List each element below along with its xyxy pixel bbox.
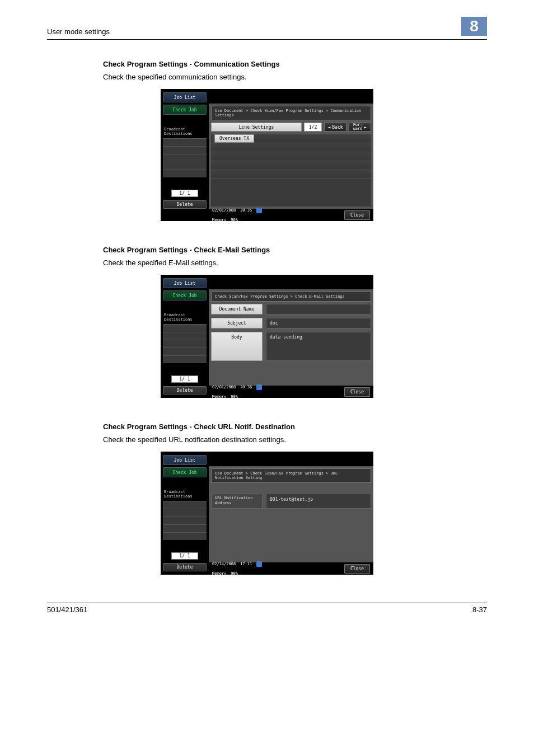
- section-1-title: Check Program Settings - Communication S…: [103, 60, 487, 68]
- side-page-indicator: 1/ 1: [171, 375, 198, 383]
- job-list-button[interactable]: Job List: [163, 455, 207, 465]
- side-list-row: [163, 154, 207, 162]
- panel-url-notification: Job List Check Job Broadcast Destination…: [161, 452, 373, 575]
- list-row: Overseas TX: [211, 134, 371, 143]
- side-page-indicator: 1/ 1: [171, 552, 198, 560]
- line-settings-label: Line Settings: [211, 123, 302, 132]
- status-icon: [256, 384, 262, 390]
- body-value: data sending: [266, 332, 371, 361]
- broadcast-destinations-label: Broadcast Destinations: [163, 311, 207, 323]
- list-row: [211, 143, 371, 152]
- chapter-number-badge: 8: [461, 17, 487, 36]
- panel-communication-settings: Job List Check Job Broadcast Destination…: [161, 89, 373, 221]
- side-list-row: [163, 146, 207, 154]
- memory-percent: 90%: [231, 395, 238, 399]
- side-list-row: [163, 340, 207, 348]
- status-icon: [256, 561, 262, 567]
- check-job-button[interactable]: Check Job: [163, 467, 207, 477]
- delete-button[interactable]: Delete: [163, 386, 207, 395]
- subject-value: doc: [266, 318, 371, 328]
- body-label: Body: [211, 332, 263, 361]
- panel-page-indicator: 1/2: [304, 123, 322, 132]
- document-name-value: [266, 304, 371, 314]
- side-list-row: [163, 138, 207, 146]
- status-date: 02/01/2008: [212, 385, 236, 389]
- side-list-row: [163, 348, 207, 355]
- arrow-right-icon: ►: [364, 125, 367, 130]
- side-page-indicator: 1/ 1: [171, 190, 198, 197]
- section-2-title: Check Program Settings - Check E-Mail Se…: [103, 246, 487, 254]
- memory-percent: 90%: [231, 571, 238, 576]
- section-3-title: Check Program Settings - Check URL Notif…: [103, 422, 487, 431]
- forward-button[interactable]: For- ward ►: [349, 123, 371, 132]
- breadcrumb: Use Document > Check Scan/Fax Program Se…: [211, 106, 371, 120]
- memory-label: Memory: [212, 395, 226, 399]
- job-list-button[interactable]: Job List: [163, 278, 207, 288]
- footer-right: 8-37: [472, 605, 487, 614]
- overseas-tx-chip[interactable]: Overseas TX: [214, 134, 254, 143]
- side-list-row: [163, 355, 207, 363]
- delete-button[interactable]: Delete: [163, 200, 207, 209]
- status-date: 02/14/2008: [212, 562, 236, 566]
- list-row: [211, 170, 371, 179]
- side-list-row: [163, 516, 207, 524]
- header-section: User mode settings: [47, 27, 110, 36]
- close-button[interactable]: Close: [344, 387, 370, 397]
- breadcrumb: Check Scan/Fax Program Settings > Check …: [211, 292, 371, 302]
- side-list-row: [163, 162, 207, 170]
- side-list-row: [163, 524, 207, 532]
- footer-left: 501/421/361: [47, 605, 87, 614]
- back-button[interactable]: ◄ Back: [324, 123, 346, 132]
- status-time: 20:36: [240, 385, 252, 389]
- list-row: [211, 161, 371, 170]
- header-divider: [47, 39, 487, 40]
- back-label: Back: [332, 125, 343, 130]
- close-button[interactable]: Close: [344, 564, 370, 574]
- status-time: 17:11: [240, 562, 252, 566]
- side-list-row: [163, 332, 207, 340]
- memory-label: Memory: [212, 218, 226, 222]
- document-name-label: Document Name: [211, 304, 263, 314]
- side-list-row: [163, 324, 207, 332]
- memory-label: Memory: [212, 571, 226, 576]
- forward-label: For- ward: [353, 123, 363, 131]
- url-notification-address-label: URL Notification Address: [211, 493, 263, 509]
- panel-email-settings: Job List Check Job Broadcast Destination…: [161, 275, 373, 398]
- breadcrumb: Use Document > Check Scan/Fax Program Se…: [211, 468, 371, 483]
- section-3-desc: Check the specified URL notification des…: [103, 435, 487, 444]
- side-list-row: [163, 170, 207, 177]
- delete-button[interactable]: Delete: [163, 563, 207, 571]
- section-2-desc: Check the specified E-Mail settings.: [103, 259, 487, 267]
- broadcast-destinations-label: Broadcast Destinations: [163, 487, 207, 500]
- check-job-button[interactable]: Check Job: [163, 290, 207, 300]
- status-time: 20:35: [240, 208, 252, 213]
- status-date: 02/01/2008: [212, 208, 236, 213]
- list-row: [211, 152, 371, 161]
- close-button[interactable]: Close: [344, 210, 370, 220]
- arrow-left-icon: ◄: [327, 125, 330, 130]
- memory-percent: 90%: [231, 218, 238, 222]
- subject-label: Subject: [211, 318, 263, 328]
- section-1-desc: Check the specified communication settin…: [103, 73, 487, 81]
- job-list-button[interactable]: Job List: [163, 92, 207, 102]
- side-list-row: [163, 532, 207, 540]
- broadcast-destinations-label: Broadcast Destinations: [163, 125, 207, 137]
- side-list-row: [163, 501, 207, 509]
- url-notification-address-value: 001-test@test.jp: [266, 493, 371, 509]
- check-job-button[interactable]: Check Job: [163, 105, 207, 115]
- status-icon: [256, 208, 262, 213]
- side-list-row: [163, 509, 207, 516]
